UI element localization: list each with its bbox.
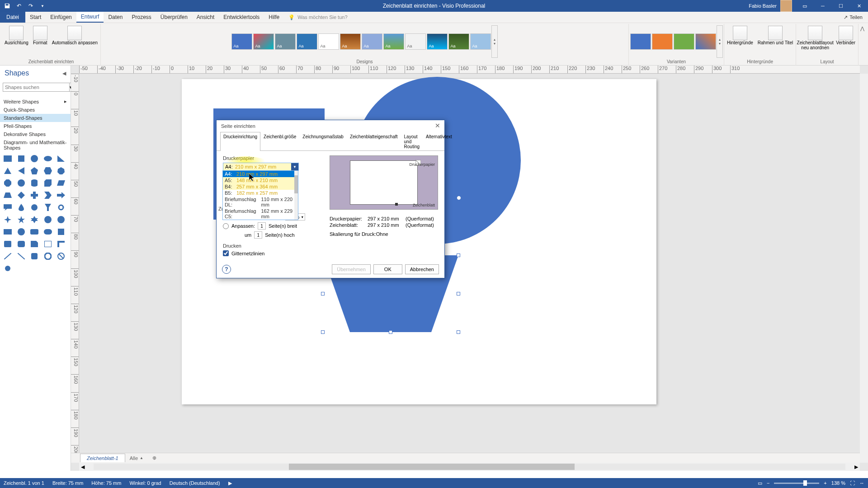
gallery-more-button[interactable]: ▴▾ xyxy=(491,25,498,58)
collapse-panel-icon[interactable]: ◀ xyxy=(62,70,66,76)
hscroll-thumb[interactable] xyxy=(289,464,575,470)
verbinder-button[interactable]: Verbinder xyxy=(834,25,857,46)
ok-button[interactable]: OK xyxy=(373,264,402,274)
undo-icon[interactable]: ↶ xyxy=(14,1,24,11)
theme-thumb[interactable]: Aa xyxy=(405,33,426,50)
tab-massstab[interactable]: Zeichnungsmaßstab xyxy=(299,132,347,151)
menu-entwicklertools[interactable]: Entwicklertools xyxy=(219,12,264,23)
theme-thumb[interactable]: Aa xyxy=(362,33,382,50)
shape-parallelogram[interactable] xyxy=(56,178,66,188)
rahmen-button[interactable]: Rahmen und Titel xyxy=(756,25,795,46)
theme-thumb[interactable]: Aa xyxy=(448,33,469,50)
menu-ansicht[interactable]: Ansicht xyxy=(192,12,219,23)
shape-nosymbol[interactable] xyxy=(56,251,66,261)
presentation-mode-icon[interactable]: ▭ xyxy=(758,480,762,486)
menu-entwurf[interactable]: Entwurf xyxy=(76,12,104,23)
paper-option-b5[interactable]: B5:182 mm x 257 mm xyxy=(223,190,298,196)
shape-hexagon[interactable] xyxy=(43,166,53,176)
tab-routing[interactable]: Layout und Routing xyxy=(401,132,423,151)
uebernehmen-button[interactable]: Übernehmen xyxy=(332,264,371,274)
shape-gear[interactable] xyxy=(29,202,39,212)
shape-chevron[interactable] xyxy=(43,190,53,200)
canvas[interactable]: -50-40-30-20-100102030405060708090100110… xyxy=(71,66,868,471)
user-avatar[interactable] xyxy=(780,0,792,12)
shape-roundrect3[interactable] xyxy=(43,227,53,237)
shape-heptagon[interactable] xyxy=(56,166,66,176)
tab-eigenschaft[interactable]: Zeichenblatteigenschaft xyxy=(347,132,401,151)
dropdown-scrollbar[interactable] xyxy=(294,171,298,220)
shape-round1[interactable] xyxy=(3,239,13,249)
scroll-right-icon[interactable]: ▶ xyxy=(853,464,860,470)
shape-triangle[interactable] xyxy=(3,166,13,176)
shape-lframe[interactable] xyxy=(56,239,66,249)
status-lang[interactable]: Deutsch (Deutschland) xyxy=(170,480,220,486)
shape-cross[interactable] xyxy=(29,190,39,200)
cat-diagramm[interactable]: Diagramm- und Mathematik-Shapes xyxy=(0,138,71,152)
shapes-search-input[interactable] xyxy=(3,83,70,92)
shape-roundrect2[interactable] xyxy=(29,227,39,237)
zoom-thumb[interactable] xyxy=(803,480,807,486)
variant-thumb[interactable] xyxy=(695,33,716,50)
selection-handle[interactable] xyxy=(457,253,460,257)
menu-daten[interactable]: Daten xyxy=(104,12,127,23)
close-icon[interactable]: ✕ xyxy=(850,0,868,12)
fit-width-icon[interactable]: ↔ xyxy=(859,480,864,486)
shape-roundsq[interactable] xyxy=(29,251,39,261)
shape-square2[interactable] xyxy=(56,227,66,237)
shape-circle2[interactable] xyxy=(16,227,26,237)
shape-frame[interactable] xyxy=(43,239,53,249)
menu-ueberpruefen[interactable]: Überprüfen xyxy=(156,12,192,23)
shape-rect2[interactable] xyxy=(3,227,13,237)
zoom-level[interactable]: 138 % xyxy=(831,480,845,486)
chevron-down-icon[interactable]: ▼ xyxy=(291,163,298,170)
menu-datei[interactable]: Datei xyxy=(0,12,25,23)
shape-funnel[interactable] xyxy=(43,202,53,212)
help-icon[interactable]: ? xyxy=(222,265,231,274)
shape-circle[interactable] xyxy=(29,154,39,164)
shape-square[interactable] xyxy=(16,154,26,164)
maximize-icon[interactable]: ☐ xyxy=(832,0,850,12)
shape-rtriangle[interactable] xyxy=(56,154,66,164)
zoom-slider[interactable] xyxy=(774,483,819,484)
tell-me-search[interactable]: 💡 Was möchten Sie tun? xyxy=(288,14,347,20)
user-name[interactable]: Fabio Basler xyxy=(749,3,777,9)
selection-handle[interactable] xyxy=(457,330,460,334)
theme-thumb[interactable]: Aa xyxy=(253,33,274,50)
selection-handle[interactable] xyxy=(321,330,325,334)
theme-thumb[interactable]: Aa xyxy=(318,33,339,50)
vscrollbar[interactable] xyxy=(860,74,868,463)
rotation-handle[interactable] xyxy=(457,196,461,200)
selection-handle[interactable] xyxy=(457,292,460,296)
minimize-icon[interactable]: ─ xyxy=(814,0,832,12)
qat-more-icon[interactable]: ▼ xyxy=(37,1,48,11)
save-icon[interactable] xyxy=(2,1,13,11)
menu-einfuegen[interactable]: Einfügen xyxy=(46,12,76,23)
theme-thumb[interactable]: Aa xyxy=(231,33,252,50)
shape-callout[interactable] xyxy=(3,202,13,212)
cat-quick[interactable]: Quick-Shapes xyxy=(0,106,71,114)
zoom-in-icon[interactable]: + xyxy=(824,480,826,486)
cat-standard[interactable]: Standard-Shapes xyxy=(0,114,71,122)
ribbon-collapse-icon[interactable]: ⋀ xyxy=(859,24,866,65)
designs-gallery[interactable]: Aa Aa Aa Aa Aa Aa Aa Aa Aa Aa Aa Aa ▴▾ xyxy=(231,24,498,58)
cat-pfeil[interactable]: Pfeil-Shapes xyxy=(0,122,71,130)
paper-option-a5[interactable]: A5:148 mm x 210 mm xyxy=(223,177,298,183)
format-button[interactable]: Format xyxy=(31,25,49,46)
shape-decagon[interactable] xyxy=(16,178,26,188)
shape-donut[interactable] xyxy=(43,251,53,261)
tab-druckeinrichtung[interactable]: Druckeinrichtung xyxy=(220,132,260,151)
selection-handle[interactable] xyxy=(389,330,392,334)
shape-star4[interactable] xyxy=(3,215,13,225)
menu-prozess[interactable]: Prozess xyxy=(127,12,156,23)
shape-dot[interactable] xyxy=(3,263,13,273)
shape-trapezoid[interactable] xyxy=(3,190,13,200)
theme-thumb[interactable]: Aa xyxy=(427,33,448,50)
checkbox-gitternetzlinien[interactable] xyxy=(223,250,229,256)
selection-handle[interactable] xyxy=(321,292,325,296)
paper-option-b4[interactable]: B4:257 mm x 364 mm xyxy=(223,183,298,190)
ausrichtung-button[interactable]: Ausrichtung xyxy=(3,25,30,46)
pages-tall-input[interactable] xyxy=(254,231,262,239)
paper-option-a4[interactable]: A4:210 mm x 297 mm xyxy=(223,171,298,177)
paper-option-dl[interactable]: Briefumschlag DL:110 mm x 220 mm xyxy=(223,196,298,208)
cat-dekorative[interactable]: Dekorative Shapes xyxy=(0,130,71,138)
